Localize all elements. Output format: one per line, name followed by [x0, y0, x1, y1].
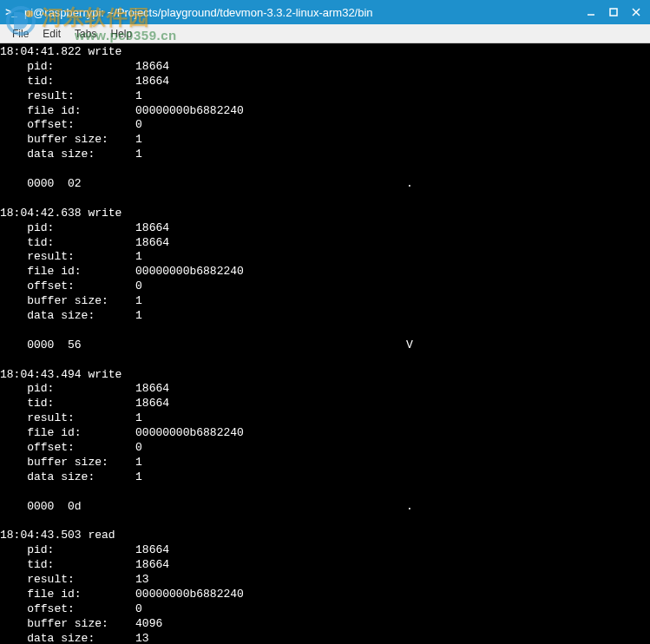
window-controls — [581, 3, 647, 21]
svg-rect-1 — [610, 9, 617, 16]
terminal-output[interactable]: 18:04:41.822 write pid: 18664 tid: 18664… — [0, 43, 650, 644]
menu-help[interactable]: Help — [103, 26, 139, 42]
menu-edit[interactable]: Edit — [36, 26, 68, 42]
titlebar: >_ pi@raspberrypi: ~/Projects/playground… — [0, 0, 650, 24]
maximize-button[interactable] — [603, 3, 624, 21]
close-button[interactable] — [626, 3, 647, 21]
terminal-icon: >_ — [3, 4, 19, 20]
minimize-button[interactable] — [581, 3, 601, 21]
window-title: pi@raspberrypi: ~/Projects/playground/td… — [24, 6, 581, 19]
menu-tabs[interactable]: Tabs — [68, 26, 103, 42]
menubar: File Edit Tabs Help — [0, 24, 650, 43]
menu-file[interactable]: File — [5, 26, 36, 42]
